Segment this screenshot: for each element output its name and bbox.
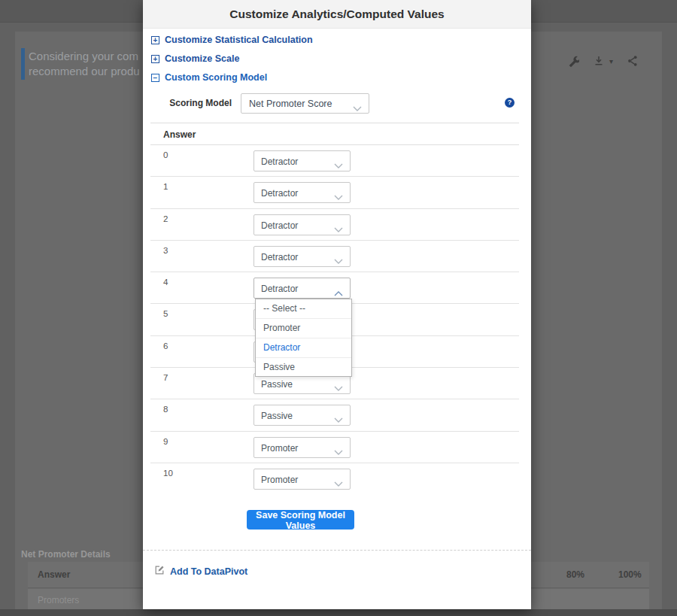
score-value: Detractor (261, 252, 298, 262)
score-select-8[interactable]: Passive (253, 405, 351, 426)
add-to-datapivot-link[interactable]: Add To DataPivot (154, 565, 247, 578)
question-text: Considering your com recommend our produ (29, 49, 142, 82)
background-col-100: 100% (618, 569, 642, 580)
wrench-icon (567, 55, 579, 67)
score-dropdown-menu: -- Select -- Promoter Detractor Passive (255, 299, 352, 377)
edit-icon (154, 565, 165, 578)
help-icon[interactable]: ? (505, 98, 515, 108)
scoring-model-value: Net Promoter Score (249, 99, 332, 109)
section-label[interactable]: Customize Statistical Calculation (165, 35, 313, 45)
share-icon (627, 55, 639, 67)
question-line2: recommend our produ (29, 64, 142, 79)
chevron-down-icon (334, 254, 343, 268)
score-select-9[interactable]: Promoter (253, 437, 351, 458)
score-value: Detractor (261, 284, 298, 294)
screen: Considering your com recommend our produ… (0, 0, 677, 616)
scoring-model-select[interactable]: Net Promoter Score (241, 93, 369, 114)
footer-divider (143, 550, 531, 551)
answer-label: 10 (163, 469, 173, 478)
dropdown-option-select[interactable]: -- Select -- (256, 299, 351, 319)
section-custom-scoring-model[interactable]: − Custom Scoring Model (151, 71, 267, 83)
add-to-datapivot-label: Add To DataPivot (170, 566, 247, 577)
expand-plus-icon[interactable]: + (151, 36, 159, 44)
dropdown-option-detractor[interactable]: Detractor (256, 338, 351, 358)
score-select-4-open[interactable]: Detractor (253, 278, 351, 299)
answer-label: 6 (163, 341, 168, 350)
answer-label: 5 (163, 309, 168, 318)
answer-label: 4 (163, 278, 168, 287)
section-customize-scale[interactable]: + Customize Scale (151, 53, 239, 65)
dropdown-option-promoter[interactable]: Promoter (256, 319, 351, 338)
answer-label: 2 (163, 214, 168, 223)
score-value: Passive (261, 379, 293, 390)
background-bottom-strip (0, 609, 677, 616)
answer-header-label: Answer (163, 129, 196, 140)
chevron-up-icon (334, 286, 343, 299)
answer-label: 9 (163, 437, 168, 446)
dropdown-option-passive[interactable]: Passive (256, 358, 351, 378)
save-scoring-model-button[interactable]: Save Scoring Model Values (247, 510, 354, 530)
question-accent-bar (21, 48, 25, 80)
chevron-down-icon (334, 381, 343, 395)
chevron-down-icon (334, 445, 343, 459)
download-icon (593, 55, 605, 67)
answer-label: 1 (163, 182, 168, 191)
answer-row-0: 0 Detractor (150, 145, 519, 177)
background-col-answer: Answer (38, 569, 70, 580)
scoring-model-label: Scoring Model (143, 98, 232, 108)
section-customize-statistical-calculation[interactable]: + Customize Statistical Calculation (151, 34, 313, 46)
promoters-label: Promoters (38, 595, 79, 605)
chevron-down-icon (334, 159, 343, 172)
answer-row-3: 3 Detractor (150, 241, 519, 272)
chevron-down-icon (334, 223, 343, 236)
score-select-2[interactable]: Detractor (253, 214, 351, 235)
score-value: Promoter (261, 443, 298, 454)
score-select-10[interactable]: Promoter (253, 469, 351, 490)
score-select-3[interactable]: Detractor (253, 246, 351, 267)
chevron-down-icon (353, 102, 362, 115)
answer-label: 3 (163, 246, 168, 255)
score-select-0[interactable]: Detractor (253, 150, 351, 171)
collapse-minus-icon[interactable]: − (151, 74, 159, 82)
score-select-1[interactable]: Detractor (253, 182, 351, 203)
answer-row-9: 9 Promoter (150, 432, 519, 463)
background-toolbar: ▾ (567, 53, 657, 69)
answer-row-2: 2 Detractor (150, 209, 519, 241)
caret-down-icon: ▾ (609, 57, 613, 65)
answer-label: 0 (163, 150, 168, 159)
section-label[interactable]: Customize Scale (165, 53, 239, 64)
net-promoter-details-heading: Net Promoter Details (21, 549, 111, 560)
chevron-down-icon (334, 477, 343, 490)
answer-label: 7 (163, 373, 168, 382)
score-value: Promoter (261, 475, 298, 485)
score-value: Detractor (261, 188, 298, 199)
section-label[interactable]: Custom Scoring Model (165, 72, 267, 83)
answer-row-10: 10 Promoter (150, 463, 519, 495)
customize-analytics-modal: Customize Analytics/Computed Values + Cu… (143, 0, 531, 609)
modal-header: Customize Analytics/Computed Values (143, 0, 531, 29)
modal-title: Customize Analytics/Computed Values (143, 0, 531, 29)
score-value: Detractor (261, 156, 298, 167)
answer-label: 8 (163, 405, 168, 414)
background-col-80: 80% (566, 569, 584, 580)
answer-table-header: Answer (150, 123, 519, 145)
chevron-down-icon (334, 190, 343, 204)
answer-row-8: 8 Passive (150, 399, 519, 431)
score-value: Detractor (261, 220, 298, 231)
chevron-down-icon (334, 413, 343, 426)
answer-row-1: 1 Detractor (150, 177, 519, 208)
expand-plus-icon[interactable]: + (151, 55, 159, 63)
question-line1: Considering your com (29, 49, 142, 64)
score-value: Passive (261, 411, 293, 421)
